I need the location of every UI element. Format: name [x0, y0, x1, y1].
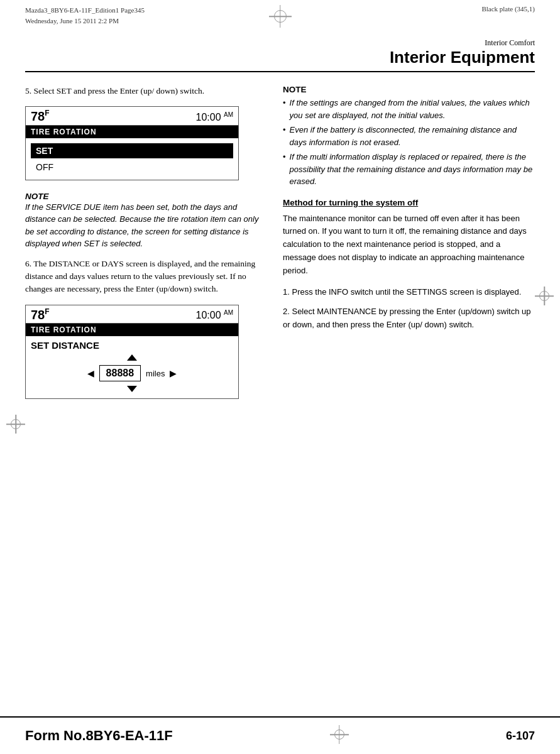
page-footer: Form No.8BY6-EA-11F 6-107 — [0, 716, 560, 754]
footer-page-number: 6-107 — [506, 729, 535, 743]
screen2-time: 10:00 AM — [196, 309, 234, 321]
note-bullet-3: • If the multi information display is re… — [283, 151, 535, 188]
note-block-left: NOTE If the SERVICE DUE item has been se… — [25, 192, 264, 250]
screen-mockup-2: 78F 10:00 AM TIRE ROTATION SET DISTANCE … — [25, 305, 239, 400]
method-description: The maintenance monitor can be turned of… — [283, 212, 535, 278]
section-category: Interior Comfort — [25, 38, 535, 48]
screen1-time: 10:00 AM — [196, 111, 234, 123]
note-title-left: NOTE — [25, 192, 264, 201]
note-right: NOTE • If the settings are changed from … — [283, 85, 535, 188]
method-step-1-number: 1. — [283, 287, 290, 297]
screen1-temp: 78F — [31, 109, 50, 124]
step-5-text: Select SET and press the Enter (up/ down… — [34, 86, 205, 96]
header-crosshair — [269, 5, 292, 28]
arrow-right-icon: ▶ — [170, 368, 177, 379]
header-file-info: Mazda3_8BY6-EA-11F_Edition1 Page345 Wedn… — [25, 5, 145, 26]
screen2-temp: 78F — [31, 307, 50, 322]
step-6-text: The DISTANCE or DAYS screen is displayed… — [25, 259, 255, 294]
note-bullet-2: • Even if the battery is disconnected, t… — [283, 124, 535, 148]
screen2-body: SET DISTANCE ◀ 88888 miles ▶ — [26, 336, 238, 398]
page-title-section: Interior Comfort Interior Equipment — [0, 26, 560, 71]
footer-form-number: Form No.8BY6-EA-11F — [25, 728, 173, 744]
note-text-left: If the SERVICE DUE item has been set, bo… — [25, 201, 264, 250]
arrow-left-icon: ◀ — [87, 368, 94, 379]
screen1-body: SET OFF — [26, 138, 238, 180]
arrow-up-icon — [127, 354, 137, 361]
method-step-1: 1. Press the INFO switch until the SETTI… — [283, 286, 535, 299]
step-6: 6. The DISTANCE or DAYS screen is displa… — [25, 258, 264, 296]
step-6-number: 6. — [25, 259, 31, 268]
arrow-down-icon — [127, 386, 137, 392]
step-5-number: 5. — [25, 86, 31, 96]
header-plate-info: Black plate (345,1) — [481, 5, 535, 13]
screen1-row-off: OFF — [31, 160, 233, 175]
screen1-top-bar: 78F 10:00 AM — [26, 107, 238, 126]
screen2-top-bar: 78F 10:00 AM — [26, 305, 238, 324]
right-crosshair — [535, 287, 554, 308]
screen2-title: TIRE ROTATION — [26, 324, 238, 336]
left-column: 5. Select SET and press the Enter (up/ d… — [25, 85, 264, 410]
screen-mockup-1: 78F 10:00 AM TIRE ROTATION SET OFF — [25, 106, 239, 180]
note-bullet-1: • If the settings are changed from the i… — [283, 97, 535, 121]
main-content: 5. Select SET and press the Enter (up/ d… — [0, 72, 560, 423]
footer-crosshair — [330, 725, 349, 746]
distance-row: ◀ 88888 miles ▶ — [31, 365, 233, 381]
method-step-2-number: 2. — [283, 307, 290, 316]
page-header: Mazda3_8BY6-EA-11F_Edition1 Page345 Wedn… — [0, 0, 560, 26]
section-title: Interior Equipment — [25, 48, 535, 67]
distance-unit: miles — [146, 369, 165, 378]
method-title: Method for turning the system off — [283, 198, 535, 207]
left-crosshair — [6, 415, 25, 436]
screen1-title: TIRE ROTATION — [26, 126, 238, 138]
method-step-1-text: Press the INFO switch until the SETTINGS… — [292, 287, 521, 297]
screen1-row-set: SET — [31, 143, 233, 158]
distance-value: 88888 — [99, 365, 141, 381]
note-right-title: NOTE — [283, 85, 535, 94]
step-5: 5. Select SET and press the Enter (up/ d… — [25, 85, 264, 97]
method-step-2-text: Select MAINTENANCE by pressing the Enter… — [283, 307, 531, 329]
method-step-2: 2. Select MAINTENANCE by pressing the En… — [283, 305, 535, 332]
right-column: NOTE • If the settings are changed from … — [283, 85, 535, 410]
screen2-set-distance-label: SET DISTANCE — [31, 340, 233, 351]
